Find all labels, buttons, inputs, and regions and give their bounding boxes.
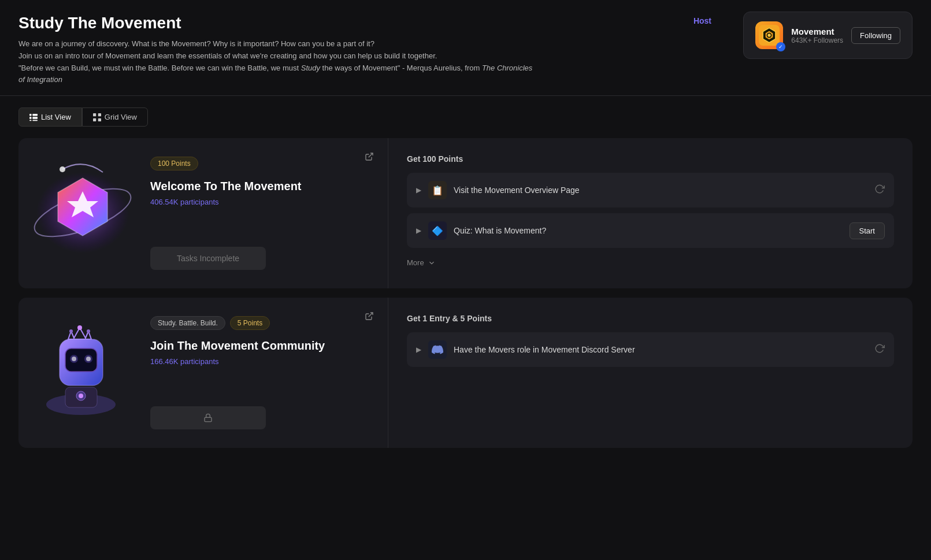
svg-point-23 bbox=[60, 166, 65, 172]
svg-rect-14 bbox=[32, 120, 38, 121]
quest-2-right-panel: Get 1 Entry & 5 Points ▶ Have the Movers… bbox=[388, 298, 913, 448]
quest-2-image bbox=[28, 309, 135, 425]
locked-button bbox=[150, 406, 266, 429]
external-link-icon-1[interactable] bbox=[365, 152, 374, 164]
host-card: ✓ Movement 643K+ Followers Following bbox=[743, 12, 913, 59]
page-title: Study The Movement bbox=[18, 14, 539, 32]
quest-2-right-title: Get 1 Entry & 5 Points bbox=[407, 314, 894, 323]
quest-1-cta: Tasks Incomplete bbox=[150, 238, 372, 270]
description-line3: "Before we can Build, we must win the Ba… bbox=[18, 64, 532, 84]
quest-1-content: 100 Points Welcome To The Movement 406.5… bbox=[150, 157, 372, 270]
svg-rect-17 bbox=[93, 118, 96, 121]
svg-rect-15 bbox=[93, 113, 96, 116]
quest-row: Study. Battle. Build. 5 Points Join The … bbox=[18, 298, 913, 448]
svg-point-27 bbox=[77, 325, 82, 330]
verified-badge: ✓ bbox=[776, 42, 785, 51]
quest-2-left-panel: Study. Battle. Build. 5 Points Join The … bbox=[18, 298, 388, 448]
chevron-down-icon bbox=[428, 259, 436, 267]
lock-icon bbox=[203, 413, 213, 422]
quest-2-badges: Study. Battle. Build. 5 Points bbox=[150, 316, 372, 330]
svg-rect-11 bbox=[29, 117, 32, 119]
svg-line-40 bbox=[369, 313, 373, 317]
svg-rect-12 bbox=[32, 117, 38, 119]
task-3-label: Have the Movers role in Movement Discord… bbox=[454, 345, 867, 354]
quest-left-panel: 100 Points Welcome To The Movement 406.5… bbox=[18, 138, 388, 288]
view-controls: List View Grid View bbox=[0, 96, 931, 138]
task-item: ▶ 📋 Visit the Movement Overview Page bbox=[407, 173, 894, 207]
svg-rect-10 bbox=[32, 114, 38, 116]
quest-row: 100 Points Welcome To The Movement 406.5… bbox=[18, 138, 913, 288]
host-label: Host bbox=[693, 16, 711, 25]
task-arrow-icon[interactable]: ▶ bbox=[416, 346, 421, 354]
list-icon bbox=[29, 113, 38, 121]
host-name: Movement bbox=[791, 27, 843, 36]
content-area: 100 Points Welcome To The Movement 406.5… bbox=[0, 138, 931, 448]
grid-view-button[interactable]: Grid View bbox=[82, 107, 148, 127]
svg-rect-16 bbox=[98, 113, 101, 116]
start-button[interactable]: Start bbox=[850, 222, 885, 239]
quest-2-badge-tag: Study. Battle. Build. bbox=[150, 316, 225, 330]
svg-point-35 bbox=[86, 357, 91, 361]
quest-1-participants: 406.54K participants bbox=[150, 198, 372, 206]
svg-rect-13 bbox=[29, 120, 32, 121]
task-2-icon: 🔷 bbox=[428, 221, 447, 240]
svg-rect-18 bbox=[98, 118, 101, 121]
page-description: We are on a journey of discovery. What i… bbox=[18, 38, 539, 86]
refresh-icon-2[interactable] bbox=[874, 343, 885, 356]
list-view-button[interactable]: List View bbox=[18, 107, 82, 127]
following-button[interactable]: Following bbox=[851, 27, 900, 44]
task-3-icon bbox=[428, 340, 447, 359]
svg-point-8 bbox=[768, 34, 771, 36]
quest-2-points-badge: 5 Points bbox=[230, 316, 270, 330]
task-1-icon: 📋 bbox=[428, 181, 447, 199]
more-link[interactable]: More bbox=[407, 258, 894, 267]
points-badge: 100 Points bbox=[150, 157, 198, 170]
svg-point-34 bbox=[72, 357, 76, 361]
task-2-label: Quiz: What is Movement? bbox=[454, 226, 843, 235]
quest-1-right-title: Get 100 Points bbox=[407, 154, 894, 164]
host-info: Movement 643K+ Followers bbox=[791, 27, 843, 44]
svg-rect-39 bbox=[205, 418, 212, 422]
quest-1-right-panel: Get 100 Points ▶ 📋 Visit the Movement Ov… bbox=[388, 138, 913, 288]
task-item: ▶ 🔷 Quiz: What is Movement? Start bbox=[407, 213, 894, 248]
grid-icon bbox=[93, 113, 101, 121]
quest-1-badges: 100 Points bbox=[150, 157, 372, 170]
tasks-incomplete-button: Tasks Incomplete bbox=[150, 247, 266, 270]
description-line1: We are on a journey of discovery. What i… bbox=[18, 39, 374, 48]
quest-2-participants: 166.46K participants bbox=[150, 357, 372, 366]
quest-1-title: Welcome To The Movement bbox=[150, 180, 372, 193]
refresh-icon-1[interactable] bbox=[874, 184, 885, 196]
quest-1-image bbox=[28, 152, 138, 268]
description-line2: Join us on an intro tour of Movement and… bbox=[18, 51, 437, 60]
svg-rect-9 bbox=[29, 114, 32, 116]
task-arrow-icon[interactable]: ▶ bbox=[416, 227, 421, 235]
svg-rect-31 bbox=[65, 348, 97, 372]
external-link-icon-2[interactable] bbox=[365, 311, 374, 323]
task-item: ▶ Have the Movers role in Movement Disco… bbox=[407, 332, 894, 367]
view-buttons: List View Grid View bbox=[18, 107, 913, 127]
page-header: Study The Movement We are on a journey o… bbox=[0, 0, 931, 96]
svg-point-38 bbox=[79, 394, 83, 398]
svg-point-29 bbox=[87, 329, 90, 333]
quest-2-cta bbox=[150, 397, 372, 429]
quest-2-content: Study. Battle. Build. 5 Points Join The … bbox=[150, 316, 372, 429]
task-arrow-icon[interactable]: ▶ bbox=[416, 186, 421, 194]
svg-point-28 bbox=[69, 329, 73, 333]
quest-2-title: Join The Movement Community bbox=[150, 339, 372, 353]
host-followers: 643K+ Followers bbox=[791, 36, 843, 44]
svg-line-24 bbox=[369, 153, 373, 157]
host-avatar: ✓ bbox=[755, 21, 783, 49]
task-1-label: Visit the Movement Overview Page bbox=[454, 186, 867, 195]
